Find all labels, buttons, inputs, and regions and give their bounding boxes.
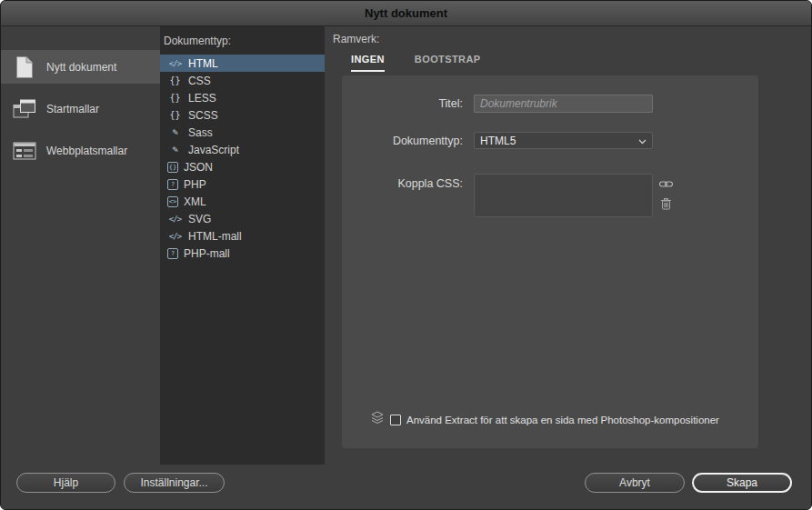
new-document-dialog: Nytt dokument Nytt dokument Startmallar … [0,0,812,510]
sidebar-item-label: Webbplatsmallar [46,145,127,157]
doctype-item-label: HTML-mall [188,230,242,243]
doctype-item-html-mall[interactable]: </>HTML-mall [160,227,325,245]
doctype-item-label: SVG [188,213,211,225]
site-templates-icon [13,142,36,160]
tab-bootstrap[interactable]: BOOTSTRAP [415,54,481,72]
doctype-item-label: JSON [184,161,213,174]
tab-ingen[interactable]: INGEN [351,54,385,72]
json-icon: {} [167,162,178,173]
framework-tabs: INGEN BOOTSTRAP [351,54,481,72]
extract-icon [370,411,385,428]
doctype-item-javascript[interactable]: ✎JavaScript [160,141,325,158]
new-document-icon [13,55,36,79]
sidebar-item-label: Nytt dokument [46,61,116,74]
doctype-item-scss[interactable]: {}SCSS [160,106,325,124]
doctype-item-less[interactable]: {}LESS [160,89,325,106]
extract-option: Använd Extract för att skapa en sida med… [370,411,719,428]
code-icon: </> [167,57,183,69]
window-title: Nytt dokument [365,6,447,20]
starter-templates-icon [13,99,36,119]
doctype-item-css[interactable]: {}CSS [160,72,325,89]
doctype-item-json[interactable]: {}JSON [160,158,325,175]
pen-icon: ✎ [167,126,183,138]
title-input[interactable] [474,95,653,113]
doctype-item-php[interactable]: ?PHP [160,175,325,193]
code-icon: </> [167,230,183,242]
doctype-item-xml[interactable]: <>XML [160,193,325,210]
doctype-label: Dokumenttyp: [342,135,463,147]
doctype-item-label: PHP-mall [184,247,230,260]
chevron-down-icon [638,135,647,147]
attach-css-list[interactable] [474,174,653,217]
sidebar-item-starter-templates[interactable]: Startmallar [1,92,160,125]
framework-header: Ramverk: [333,33,379,45]
sidebar-item-label: Startmallar [46,103,99,115]
framework-panel: Ramverk: INGEN BOOTSTRAP Titel: Dokument… [325,26,811,509]
sidebar-item-new-document[interactable]: Nytt dokument [1,50,160,84]
doctype-list: </>HTML{}CSS{}LESS{}SCSS✎Sass✎JavaScript… [160,55,325,262]
doctype-item-label: JavaScript [188,144,239,156]
sidebar-item-site-templates[interactable]: Webbplatsmallar [1,134,160,167]
titlebar: Nytt dokument [1,1,811,26]
pen-icon: ✎ [167,144,183,155]
link-icon[interactable] [659,175,673,192]
attach-css-label: Koppla CSS: [342,177,463,190]
doctype-item-label: Sass [188,126,213,139]
doctype-select-value: HTML5 [480,135,516,147]
cancel-button[interactable]: Avbryt [585,473,685,493]
extract-checkbox-label: Använd Extract för att skapa en sida med… [406,415,719,425]
php-icon: ? [167,179,178,190]
php-icon: ? [167,248,178,259]
doctype-select[interactable]: HTML5 [474,132,653,149]
trash-icon[interactable] [661,197,671,214]
title-label: Titel: [342,97,463,110]
attach-css-actions [659,175,673,214]
braces-icon: {} [167,109,183,121]
doctype-list-header: Dokumenttyp: [160,26,325,55]
doctype-item-html[interactable]: </>HTML [160,55,325,72]
preferences-button[interactable]: Inställningar... [124,473,225,493]
doctype-item-label: CSS [188,75,211,87]
braces-icon: {} [167,92,183,104]
doctype-item-label: LESS [188,92,216,105]
doctype-item-sass[interactable]: ✎Sass [160,124,325,141]
braces-icon: {} [167,75,183,86]
doctype-item-label: SCSS [188,109,218,122]
doctype-item-label: XML [184,195,206,208]
extract-checkbox[interactable] [390,415,401,425]
create-button[interactable]: Skapa [692,473,792,493]
doctype-panel: Dokumenttyp: </>HTML{}CSS{}LESS{}SCSS✎Sa… [160,26,325,465]
doctype-item-label: PHP [184,178,206,191]
xml-icon: <> [167,196,178,207]
sidebar: Nytt dokument Startmallar Webbplatsmalla… [1,26,160,509]
document-form: Titel: Dokumenttyp: HTML5 Koppla CSS: [342,75,758,448]
doctype-item-svg[interactable]: </>SVG [160,210,325,227]
code-icon: </> [167,213,183,225]
help-button[interactable]: Hjälp [16,473,115,493]
doctype-item-label: HTML [188,57,218,70]
doctype-item-php-mall[interactable]: ?PHP-mall [160,245,325,262]
